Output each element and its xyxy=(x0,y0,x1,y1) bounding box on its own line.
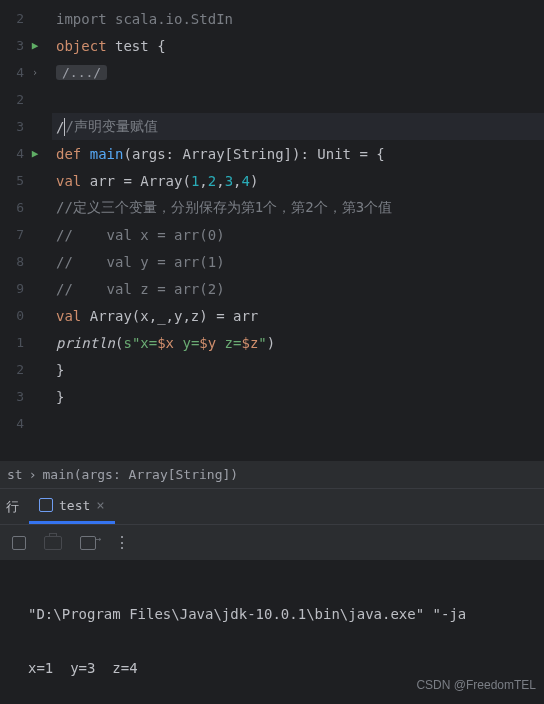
tab-test[interactable]: test × xyxy=(29,489,115,524)
file-icon xyxy=(39,498,53,512)
run-gutter-icon[interactable]: ▶ xyxy=(24,39,46,52)
line-number: 5 xyxy=(6,173,24,188)
fold-placeholder[interactable]: /.../ xyxy=(56,65,107,80)
line-number: 9 xyxy=(6,281,24,296)
console-line: "D:\Program Files\Java\jdk-10.0.1\bin\ja… xyxy=(28,601,534,628)
line-number: 3 xyxy=(6,38,24,53)
line-number: 4 xyxy=(6,65,24,80)
line-number: 2 xyxy=(6,11,24,26)
run-toolbar: ⋮ xyxy=(0,524,544,560)
fold-icon[interactable]: › xyxy=(24,67,46,78)
more-icon[interactable]: ⋮ xyxy=(114,533,131,552)
line-number: 2 xyxy=(6,92,24,107)
line-number: 8 xyxy=(6,254,24,269)
line-number: 6 xyxy=(6,200,24,215)
line-number: 7 xyxy=(6,227,24,242)
gutter: 2 3▶ 4› 2 3 4▶ 5 6 7 8 9 0 1 2 3 4 xyxy=(0,0,52,460)
line-number: 1 xyxy=(6,335,24,350)
code-area[interactable]: import scala.io.StdIn object test { /...… xyxy=(52,0,544,460)
close-icon[interactable]: × xyxy=(96,497,104,513)
export-icon[interactable] xyxy=(80,536,96,550)
line-number: 3 xyxy=(6,389,24,404)
line-number: 0 xyxy=(6,308,24,323)
line-number: 4 xyxy=(6,146,24,161)
camera-icon[interactable] xyxy=(44,536,62,550)
line-number: 2 xyxy=(6,362,24,377)
line-number: 3 xyxy=(6,119,24,134)
watermark: CSDN @FreedomTEL xyxy=(416,678,536,692)
tab-label: test xyxy=(59,498,90,513)
stop-icon[interactable] xyxy=(12,536,26,550)
code-editor[interactable]: 2 3▶ 4› 2 3 4▶ 5 6 7 8 9 0 1 2 3 4 impor… xyxy=(0,0,544,460)
run-gutter-icon[interactable]: ▶ xyxy=(24,147,46,160)
breadcrumb[interactable]: st › main(args: Array[String]) xyxy=(0,460,544,488)
tab-left-label[interactable]: 行 xyxy=(0,498,29,524)
run-tabs: 行 test × xyxy=(0,488,544,524)
line-number: 4 xyxy=(6,416,24,431)
